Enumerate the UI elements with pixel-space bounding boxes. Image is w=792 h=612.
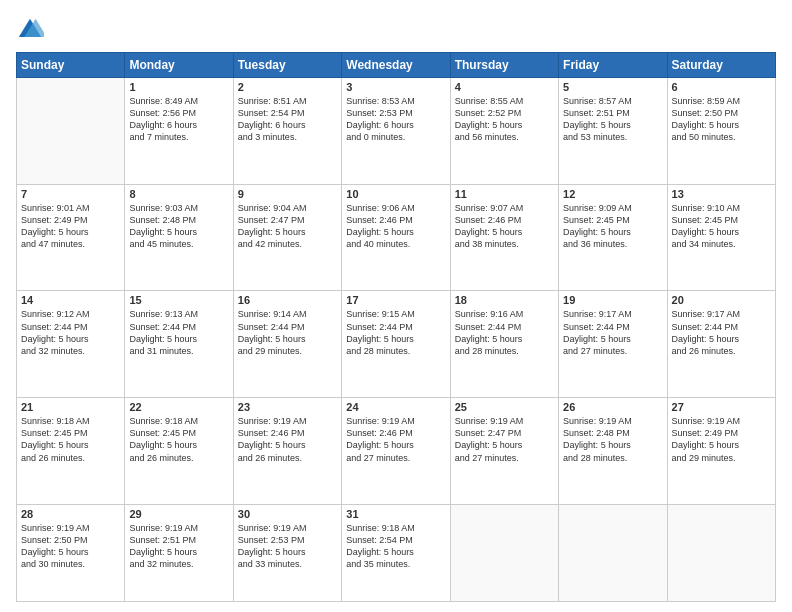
day-number: 14 [21,294,120,306]
cell-info: Sunrise: 8:55 AM Sunset: 2:52 PM Dayligh… [455,95,554,144]
cell-info: Sunrise: 9:19 AM Sunset: 2:48 PM Dayligh… [563,415,662,464]
calendar-cell [450,504,558,601]
calendar-week-4: 28Sunrise: 9:19 AM Sunset: 2:50 PM Dayli… [17,504,776,601]
cell-info: Sunrise: 9:09 AM Sunset: 2:45 PM Dayligh… [563,202,662,251]
day-number: 29 [129,508,228,520]
cell-info: Sunrise: 9:19 AM Sunset: 2:49 PM Dayligh… [672,415,771,464]
cell-info: Sunrise: 9:19 AM Sunset: 2:46 PM Dayligh… [346,415,445,464]
cell-info: Sunrise: 9:10 AM Sunset: 2:45 PM Dayligh… [672,202,771,251]
logo-icon [16,16,44,44]
cell-info: Sunrise: 9:13 AM Sunset: 2:44 PM Dayligh… [129,308,228,357]
calendar-cell: 23Sunrise: 9:19 AM Sunset: 2:46 PM Dayli… [233,398,341,505]
calendar-cell: 24Sunrise: 9:19 AM Sunset: 2:46 PM Dayli… [342,398,450,505]
day-number: 4 [455,81,554,93]
calendar-cell: 21Sunrise: 9:18 AM Sunset: 2:45 PM Dayli… [17,398,125,505]
cell-info: Sunrise: 8:49 AM Sunset: 2:56 PM Dayligh… [129,95,228,144]
calendar-cell: 5Sunrise: 8:57 AM Sunset: 2:51 PM Daylig… [559,78,667,185]
day-number: 31 [346,508,445,520]
calendar-cell: 8Sunrise: 9:03 AM Sunset: 2:48 PM Daylig… [125,184,233,291]
calendar-cell: 14Sunrise: 9:12 AM Sunset: 2:44 PM Dayli… [17,291,125,398]
cell-info: Sunrise: 9:19 AM Sunset: 2:47 PM Dayligh… [455,415,554,464]
calendar-cell: 29Sunrise: 9:19 AM Sunset: 2:51 PM Dayli… [125,504,233,601]
calendar-cell: 27Sunrise: 9:19 AM Sunset: 2:49 PM Dayli… [667,398,775,505]
day-header-thursday: Thursday [450,53,558,78]
calendar-cell: 18Sunrise: 9:16 AM Sunset: 2:44 PM Dayli… [450,291,558,398]
day-number: 21 [21,401,120,413]
day-number: 30 [238,508,337,520]
calendar-cell: 9Sunrise: 9:04 AM Sunset: 2:47 PM Daylig… [233,184,341,291]
day-number: 20 [672,294,771,306]
calendar-cell [667,504,775,601]
calendar-cell: 7Sunrise: 9:01 AM Sunset: 2:49 PM Daylig… [17,184,125,291]
calendar-cell: 11Sunrise: 9:07 AM Sunset: 2:46 PM Dayli… [450,184,558,291]
calendar-cell: 3Sunrise: 8:53 AM Sunset: 2:53 PM Daylig… [342,78,450,185]
day-number: 10 [346,188,445,200]
calendar-cell: 4Sunrise: 8:55 AM Sunset: 2:52 PM Daylig… [450,78,558,185]
cell-info: Sunrise: 9:12 AM Sunset: 2:44 PM Dayligh… [21,308,120,357]
cell-info: Sunrise: 9:07 AM Sunset: 2:46 PM Dayligh… [455,202,554,251]
cell-info: Sunrise: 8:53 AM Sunset: 2:53 PM Dayligh… [346,95,445,144]
day-header-saturday: Saturday [667,53,775,78]
day-number: 11 [455,188,554,200]
calendar-cell: 15Sunrise: 9:13 AM Sunset: 2:44 PM Dayli… [125,291,233,398]
day-header-tuesday: Tuesday [233,53,341,78]
cell-info: Sunrise: 9:04 AM Sunset: 2:47 PM Dayligh… [238,202,337,251]
day-number: 24 [346,401,445,413]
cell-info: Sunrise: 9:17 AM Sunset: 2:44 PM Dayligh… [563,308,662,357]
cell-info: Sunrise: 8:57 AM Sunset: 2:51 PM Dayligh… [563,95,662,144]
day-number: 2 [238,81,337,93]
day-header-wednesday: Wednesday [342,53,450,78]
cell-info: Sunrise: 8:51 AM Sunset: 2:54 PM Dayligh… [238,95,337,144]
calendar-week-3: 21Sunrise: 9:18 AM Sunset: 2:45 PM Dayli… [17,398,776,505]
day-number: 1 [129,81,228,93]
day-number: 16 [238,294,337,306]
calendar-week-0: 1Sunrise: 8:49 AM Sunset: 2:56 PM Daylig… [17,78,776,185]
day-number: 6 [672,81,771,93]
cell-info: Sunrise: 8:59 AM Sunset: 2:50 PM Dayligh… [672,95,771,144]
day-number: 15 [129,294,228,306]
day-number: 22 [129,401,228,413]
calendar-table: SundayMondayTuesdayWednesdayThursdayFrid… [16,52,776,602]
calendar-cell: 2Sunrise: 8:51 AM Sunset: 2:54 PM Daylig… [233,78,341,185]
calendar-cell: 30Sunrise: 9:19 AM Sunset: 2:53 PM Dayli… [233,504,341,601]
day-number: 13 [672,188,771,200]
day-number: 17 [346,294,445,306]
logo [16,16,48,44]
cell-info: Sunrise: 9:15 AM Sunset: 2:44 PM Dayligh… [346,308,445,357]
day-number: 25 [455,401,554,413]
cell-info: Sunrise: 9:19 AM Sunset: 2:53 PM Dayligh… [238,522,337,571]
calendar-cell: 16Sunrise: 9:14 AM Sunset: 2:44 PM Dayli… [233,291,341,398]
calendar-cell: 19Sunrise: 9:17 AM Sunset: 2:44 PM Dayli… [559,291,667,398]
day-number: 9 [238,188,337,200]
cell-info: Sunrise: 9:19 AM Sunset: 2:46 PM Dayligh… [238,415,337,464]
day-number: 19 [563,294,662,306]
calendar-cell: 31Sunrise: 9:18 AM Sunset: 2:54 PM Dayli… [342,504,450,601]
calendar-cell: 6Sunrise: 8:59 AM Sunset: 2:50 PM Daylig… [667,78,775,185]
day-number: 18 [455,294,554,306]
calendar-cell: 12Sunrise: 9:09 AM Sunset: 2:45 PM Dayli… [559,184,667,291]
cell-info: Sunrise: 9:19 AM Sunset: 2:51 PM Dayligh… [129,522,228,571]
calendar-cell: 26Sunrise: 9:19 AM Sunset: 2:48 PM Dayli… [559,398,667,505]
cell-info: Sunrise: 9:18 AM Sunset: 2:45 PM Dayligh… [21,415,120,464]
calendar-cell [17,78,125,185]
cell-info: Sunrise: 9:16 AM Sunset: 2:44 PM Dayligh… [455,308,554,357]
calendar-week-1: 7Sunrise: 9:01 AM Sunset: 2:49 PM Daylig… [17,184,776,291]
calendar-week-2: 14Sunrise: 9:12 AM Sunset: 2:44 PM Dayli… [17,291,776,398]
cell-info: Sunrise: 9:03 AM Sunset: 2:48 PM Dayligh… [129,202,228,251]
calendar-cell: 17Sunrise: 9:15 AM Sunset: 2:44 PM Dayli… [342,291,450,398]
day-number: 26 [563,401,662,413]
day-number: 5 [563,81,662,93]
day-number: 23 [238,401,337,413]
calendar-cell: 25Sunrise: 9:19 AM Sunset: 2:47 PM Dayli… [450,398,558,505]
cell-info: Sunrise: 9:01 AM Sunset: 2:49 PM Dayligh… [21,202,120,251]
day-number: 12 [563,188,662,200]
day-number: 8 [129,188,228,200]
page: SundayMondayTuesdayWednesdayThursdayFrid… [0,0,792,612]
calendar-cell: 28Sunrise: 9:19 AM Sunset: 2:50 PM Dayli… [17,504,125,601]
cell-info: Sunrise: 9:18 AM Sunset: 2:54 PM Dayligh… [346,522,445,571]
calendar-cell [559,504,667,601]
cell-info: Sunrise: 9:17 AM Sunset: 2:44 PM Dayligh… [672,308,771,357]
cell-info: Sunrise: 9:14 AM Sunset: 2:44 PM Dayligh… [238,308,337,357]
calendar-cell: 20Sunrise: 9:17 AM Sunset: 2:44 PM Dayli… [667,291,775,398]
day-header-friday: Friday [559,53,667,78]
